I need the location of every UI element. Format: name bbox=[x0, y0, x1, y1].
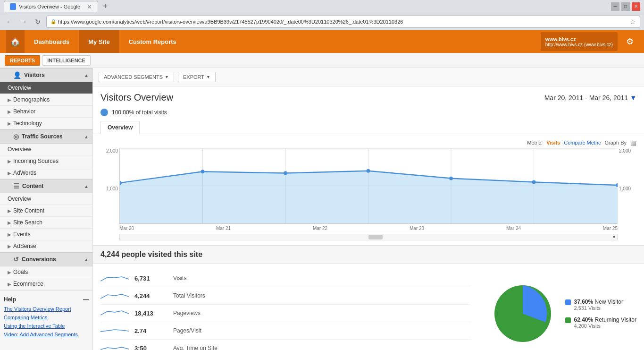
advanced-segments-label: ADVANCED SEGMENTS bbox=[104, 74, 163, 80]
visitors-chart bbox=[119, 148, 618, 224]
reload-button[interactable]: ↻ bbox=[32, 16, 43, 27]
stat-value-total-visitors: 4,244 bbox=[134, 292, 167, 299]
scroll-handle[interactable] bbox=[368, 235, 383, 239]
scroll-bar[interactable]: ▼ bbox=[119, 234, 618, 240]
metric-label: Metric: bbox=[527, 140, 543, 145]
sidebar-item-technology[interactable]: ▶Technology bbox=[0, 118, 92, 129]
nav-mysite[interactable]: My Site bbox=[79, 30, 119, 53]
chart-point-1 bbox=[201, 170, 205, 173]
forward-button[interactable]: → bbox=[18, 16, 29, 27]
adsense-arrow: ▶ bbox=[8, 244, 11, 249]
sidebar-traffic-label: Traffic Sources bbox=[22, 133, 63, 140]
sidebar-section-visitors[interactable]: 👤 Visitors ▲ bbox=[0, 68, 92, 82]
home-button[interactable]: 🏠 bbox=[6, 30, 25, 53]
help-collapse[interactable]: — bbox=[83, 296, 89, 303]
chart-point-4 bbox=[449, 177, 453, 180]
date-range[interactable]: Mar 20, 2011 - Mar 26, 2011 ▼ bbox=[544, 94, 636, 102]
sidebar-item-traffic-overview[interactable]: Overview bbox=[0, 144, 92, 155]
help-link-video[interactable]: Video: Add Advanced Segments bbox=[4, 330, 89, 339]
incoming-arrow: ▶ bbox=[8, 159, 11, 164]
stat-value-visits: 6,731 bbox=[134, 275, 167, 282]
maximize-button[interactable]: □ bbox=[621, 2, 630, 11]
sidebar-section-conversions[interactable]: ↺ Conversions ▲ bbox=[0, 252, 92, 266]
site-selector[interactable]: www.bivs.cz http://www.bivs.cz (www.bivs… bbox=[541, 32, 618, 51]
advanced-segments-button[interactable]: ADVANCED SEGMENTS ▼ bbox=[99, 72, 174, 82]
pie-legend: 37.60% New Visitor 2,531 Visits 62.40% R… bbox=[565, 299, 636, 329]
nav-dashboards[interactable]: Dashboards bbox=[25, 30, 79, 53]
tab-title: Visitors Overview - Google ... bbox=[19, 4, 82, 9]
date-range-text: Mar 20, 2011 - Mar 26, 2011 bbox=[544, 94, 628, 102]
tab-close-button[interactable]: ✕ bbox=[87, 3, 92, 10]
new-visitor-label: New Visitor bbox=[595, 299, 623, 305]
date-range-arrow[interactable]: ▼ bbox=[630, 94, 636, 102]
subnav: REPORTS INTELLIGENCE bbox=[0, 53, 644, 68]
sidebar-item-behavior[interactable]: ▶Behavior bbox=[0, 106, 92, 118]
browser-tab[interactable]: Visitors Overview - Google ... ✕ bbox=[4, 1, 98, 12]
total-visits-text: 100.00% of total visits bbox=[112, 109, 167, 116]
intelligence-tab[interactable]: INTELLIGENCE bbox=[42, 55, 91, 66]
close-button[interactable]: ✕ bbox=[632, 2, 640, 11]
total-visits-row: 100.00% of total visits bbox=[93, 107, 644, 121]
demographics-arrow: ▶ bbox=[8, 97, 11, 102]
pie-section: 37.60% New Visitor 2,531 Visits 62.40% R… bbox=[490, 270, 636, 350]
nav-customreports[interactable]: Custom Reports bbox=[119, 30, 186, 53]
help-link-comparing[interactable]: Comparing Metrics bbox=[4, 313, 89, 322]
sidebar-item-content-overview[interactable]: Overview bbox=[0, 193, 92, 205]
new-tab-button[interactable]: + bbox=[103, 1, 108, 11]
sidebar-item-overview[interactable]: Overview bbox=[0, 82, 92, 94]
graph-by-label: Graph By bbox=[605, 140, 627, 145]
bookmark-icon[interactable]: ☆ bbox=[630, 18, 636, 26]
site-search-arrow: ▶ bbox=[8, 220, 11, 225]
x-axis-labels: Mar 20 Mar 21 Mar 22 Mar 23 Mar 24 Mar 2… bbox=[119, 226, 618, 231]
x-label-4: Mar 24 bbox=[506, 226, 521, 231]
export-label: EXPORT bbox=[183, 74, 204, 80]
advanced-segments-arrow: ▼ bbox=[165, 75, 169, 79]
sidebar-item-goals[interactable]: ▶Goals bbox=[0, 266, 92, 278]
grid-icon[interactable]: ▦ bbox=[630, 139, 636, 146]
scroll-right-btn[interactable]: ▼ bbox=[612, 235, 616, 239]
sidebar-content-label: Content bbox=[22, 183, 43, 189]
sidebar-item-adwords[interactable]: ▶AdWords bbox=[0, 167, 92, 179]
sidebar-item-events[interactable]: ▶Events bbox=[0, 229, 92, 240]
sidebar-item-site-content[interactable]: ▶Site Content bbox=[0, 205, 92, 217]
reports-tab[interactable]: REPORTS bbox=[5, 55, 40, 66]
new-visitor-pct: 37.60% bbox=[574, 299, 593, 305]
sidebar-item-demographics[interactable]: ▶Demographics bbox=[0, 94, 92, 106]
sidebar-section-traffic[interactable]: ◎ Traffic Sources ▲ bbox=[0, 129, 92, 144]
stat-value-pages-visit: 2.74 bbox=[134, 327, 167, 334]
metric-value[interactable]: Visits bbox=[546, 140, 560, 145]
sidebar-item-ecommerce[interactable]: ▶Ecommerce bbox=[0, 278, 92, 290]
sidebar-visitors-label: Visitors bbox=[24, 72, 45, 78]
sidebar-conversions-label: Conversions bbox=[22, 256, 56, 263]
stat-item-avg-time: 3:50 Avg. Time on Site bbox=[100, 340, 471, 350]
conversions-icon: ↺ bbox=[13, 256, 19, 263]
stat-item-total-visitors: 4,244 Total Visitors bbox=[100, 287, 471, 305]
help-link-table[interactable]: Using the Interactive Table bbox=[4, 322, 89, 330]
content-toggle: ▲ bbox=[84, 184, 89, 189]
export-button[interactable]: EXPORT ▼ bbox=[178, 72, 216, 82]
sparkline-total-visitors bbox=[100, 290, 129, 301]
goals-arrow: ▶ bbox=[8, 270, 11, 275]
legend-returning-visitor: 62.40% Returning Visitor 4,200 Visits bbox=[565, 316, 636, 329]
minimize-button[interactable]: ─ bbox=[611, 2, 619, 11]
help-title: Help bbox=[4, 296, 16, 303]
tab-favicon bbox=[10, 3, 16, 10]
settings-button[interactable]: ⚙ bbox=[621, 33, 638, 50]
sidebar-section-content[interactable]: ☰ Content ▲ bbox=[0, 179, 92, 193]
back-button[interactable]: ← bbox=[4, 16, 15, 27]
behavior-arrow: ▶ bbox=[8, 109, 11, 114]
new-visitor-color bbox=[565, 299, 571, 305]
site-url: http://www.bivs.cz (www.bivs.cz) bbox=[545, 42, 613, 47]
x-label-3: Mar 23 bbox=[410, 226, 424, 231]
help-link-visitors[interactable]: The Visitors Overview Report bbox=[4, 305, 89, 313]
visitors-icon: 👤 bbox=[13, 71, 21, 79]
sidebar-item-site-search[interactable]: ▶Site Search bbox=[0, 217, 92, 229]
sparkline-pageviews bbox=[100, 307, 129, 319]
compare-metric-link[interactable]: Compare Metric bbox=[564, 140, 601, 145]
address-bar[interactable]: 🔒 https://www.google.com/analytics/web/#… bbox=[46, 16, 640, 28]
sidebar-item-incoming[interactable]: ▶Incoming Sources bbox=[0, 155, 92, 167]
returning-visitor-color bbox=[565, 317, 571, 323]
sidebar-item-adsense[interactable]: ▶AdSense bbox=[0, 240, 92, 252]
x-label-0: Mar 20 bbox=[119, 226, 134, 231]
overview-tab[interactable]: Overview bbox=[100, 121, 140, 134]
